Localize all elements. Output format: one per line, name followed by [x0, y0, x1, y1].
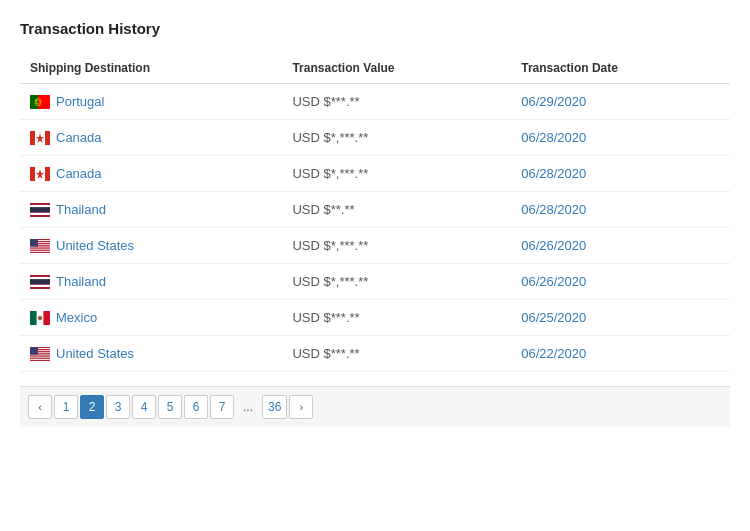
- table-row: Canada USD $*,***.**06/28/2020: [20, 120, 730, 156]
- destination-cell: Portugal: [20, 84, 282, 120]
- value-cell: USD $*,***.**: [282, 228, 511, 264]
- svg-rect-25: [30, 248, 50, 249]
- destination-cell: Thailand: [20, 264, 282, 300]
- svg-rect-27: [30, 250, 50, 251]
- pagination-page-5[interactable]: 5: [158, 395, 182, 419]
- date-cell: 06/28/2020: [511, 120, 730, 156]
- table-row: Portugal USD $***.** 06/29/2020: [20, 84, 730, 120]
- col-header-destination: Shipping Destination: [20, 53, 282, 84]
- destination-cell: Thailand: [20, 192, 282, 228]
- date-cell: 06/29/2020: [511, 84, 730, 120]
- pagination-next[interactable]: ›: [289, 395, 313, 419]
- svg-rect-23: [30, 246, 50, 247]
- date-cell: 06/28/2020: [511, 192, 730, 228]
- pagination-page-4[interactable]: 4: [132, 395, 156, 419]
- destination-cell: United States: [20, 228, 282, 264]
- value-cell: USD $*,***.**: [282, 120, 511, 156]
- flag-icon: [30, 131, 50, 145]
- flag-icon: [30, 167, 50, 181]
- svg-rect-14: [30, 207, 50, 212]
- table-row: Mexico USD $***.**06/25/2020: [20, 300, 730, 336]
- transaction-table: Shipping Destination Transaction Value T…: [20, 53, 730, 372]
- pagination-page-2[interactable]: 2: [80, 395, 104, 419]
- value-cell: USD $***.**: [282, 300, 511, 336]
- table-row: Thailand USD $**.**06/28/2020: [20, 192, 730, 228]
- pagination-page-1[interactable]: 1: [54, 395, 78, 419]
- date-cell: 06/28/2020: [511, 156, 730, 192]
- destination-cell: Mexico: [20, 300, 282, 336]
- table-row: Canada USD $*,***.**06/28/2020: [20, 156, 730, 192]
- country-name: Thailand: [56, 274, 106, 289]
- svg-rect-26: [30, 249, 50, 250]
- date-cell: 06/26/2020: [511, 264, 730, 300]
- pagination-prev[interactable]: ‹: [28, 395, 52, 419]
- flag-icon: [30, 95, 50, 109]
- value-cell: USD $***.**: [282, 336, 511, 372]
- date-cell: 06/25/2020: [511, 300, 730, 336]
- date-cell: 06/26/2020: [511, 228, 730, 264]
- country-name: Canada: [56, 166, 102, 181]
- country-name: Thailand: [56, 202, 106, 217]
- flag-icon: [30, 347, 50, 361]
- svg-rect-6: [45, 131, 50, 145]
- svg-rect-31: [30, 277, 50, 279]
- country-name: Canada: [56, 130, 102, 145]
- destination-cell: United States: [20, 336, 282, 372]
- svg-rect-51: [30, 347, 38, 355]
- page-title: Transaction History: [20, 20, 730, 37]
- svg-rect-46: [30, 355, 50, 356]
- pagination-page-6[interactable]: 6: [184, 395, 208, 419]
- table-row: United States USD $*,***.**06/26/2020: [20, 228, 730, 264]
- flag-icon: [30, 239, 50, 253]
- value-cell: USD $***.**: [282, 84, 511, 120]
- svg-rect-36: [43, 311, 50, 325]
- svg-rect-15: [30, 212, 50, 214]
- svg-rect-9: [30, 167, 35, 181]
- svg-rect-50: [30, 359, 50, 360]
- svg-rect-28: [30, 251, 50, 252]
- svg-rect-49: [30, 358, 50, 359]
- svg-rect-13: [30, 205, 50, 207]
- svg-point-37: [38, 316, 42, 320]
- pagination-page-7[interactable]: 7: [210, 395, 234, 419]
- destination-cell: Canada: [20, 156, 282, 192]
- table-row: United States USD $***.**06/22/2020: [20, 336, 730, 372]
- svg-rect-1: [38, 95, 50, 109]
- svg-rect-0: [30, 95, 38, 109]
- pagination: ‹1234567...36›: [20, 386, 730, 427]
- date-cell: 06/22/2020: [511, 336, 730, 372]
- pagination-page-3[interactable]: 3: [106, 395, 130, 419]
- svg-rect-10: [45, 167, 50, 181]
- value-cell: USD $**.**: [282, 192, 511, 228]
- svg-rect-35: [30, 311, 37, 325]
- svg-rect-24: [30, 247, 50, 248]
- svg-rect-29: [30, 239, 38, 247]
- col-header-date: Transaction Date: [511, 53, 730, 84]
- svg-rect-45: [30, 354, 50, 355]
- flag-icon: [30, 203, 50, 217]
- pagination-dots: ...: [236, 395, 260, 419]
- value-cell: USD $*,***.**: [282, 156, 511, 192]
- country-name: Portugal: [56, 94, 104, 109]
- country-name: United States: [56, 346, 134, 361]
- svg-rect-47: [30, 356, 50, 357]
- svg-rect-32: [30, 279, 50, 284]
- col-header-value: Transaction Value: [282, 53, 511, 84]
- svg-rect-48: [30, 357, 50, 358]
- pagination-page-36[interactable]: 36: [262, 395, 287, 419]
- svg-rect-5: [30, 131, 35, 145]
- destination-cell: Canada: [20, 120, 282, 156]
- country-name: Mexico: [56, 310, 97, 325]
- svg-rect-33: [30, 284, 50, 286]
- flag-icon: [30, 275, 50, 289]
- flag-icon: [30, 311, 50, 325]
- value-cell: USD $*,***.**: [282, 264, 511, 300]
- table-row: Thailand USD $*,***.**06/26/2020: [20, 264, 730, 300]
- country-name: United States: [56, 238, 134, 253]
